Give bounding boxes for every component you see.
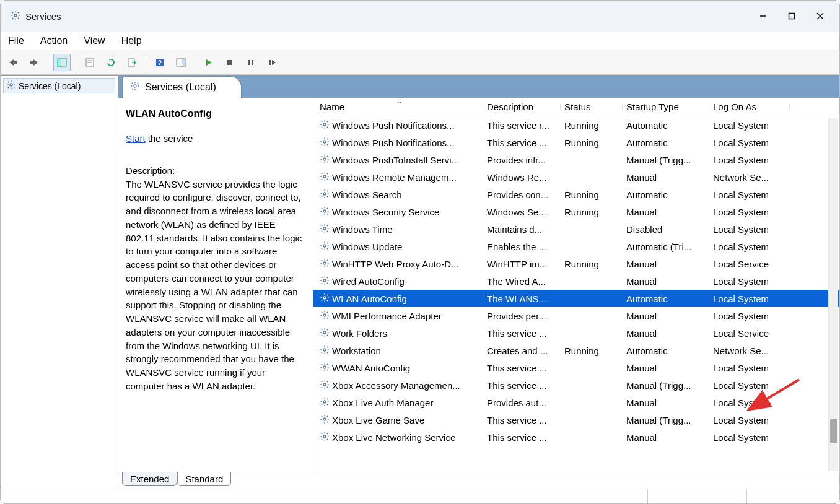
stop-service-button[interactable] — [221, 54, 238, 71]
col-status[interactable]: Status — [561, 102, 623, 112]
show-hide-tree-button[interactable] — [53, 54, 71, 71]
nav-back-button[interactable] — [4, 54, 22, 71]
grid-body[interactable]: Windows Push Notifications...This servic… — [313, 116, 839, 446]
service-logon: Local System — [709, 311, 790, 321]
nav-forward-button[interactable] — [25, 54, 43, 71]
service-startup: Automatic — [623, 120, 709, 131]
table-row[interactable]: Windows Push Notifications...This servic… — [313, 116, 839, 134]
table-row[interactable]: Wired AutoConfigThe Wired A...ManualLoca… — [313, 272, 839, 290]
service-name: Windows Push Notifications... — [332, 137, 455, 148]
table-row[interactable]: Xbox Live Networking ServiceThis service… — [313, 428, 839, 446]
table-row[interactable]: Xbox Accessory Managemen...This service … — [313, 376, 839, 394]
service-name: Windows Remote Managem... — [332, 172, 457, 183]
table-row[interactable]: WinHTTP Web Proxy Auto-D...WinHTTP im...… — [313, 255, 839, 272]
menu-action[interactable]: Action — [38, 34, 70, 48]
svg-point-38 — [323, 383, 326, 386]
menubar: File Action View Help — [1, 32, 839, 50]
gear-icon — [320, 241, 330, 253]
service-description: Maintains d... — [483, 224, 561, 235]
service-logon: Local Service — [709, 328, 790, 339]
table-row[interactable]: Work FoldersThis service ...ManualLocal … — [313, 324, 839, 342]
svg-point-41 — [323, 435, 326, 438]
scroll-thumb[interactable] — [830, 419, 837, 443]
svg-point-25 — [323, 158, 326, 160]
start-service-button[interactable] — [200, 54, 217, 71]
vertical-scrollbar[interactable] — [828, 118, 838, 471]
col-description[interactable]: Description — [483, 102, 561, 112]
table-row[interactable]: WMI Performance AdapterProvides per...Ma… — [313, 307, 839, 324]
table-row[interactable]: Windows SearchProvides con...RunningAuto… — [313, 186, 839, 203]
tab-services-local[interactable]: Services (Local) — [122, 76, 242, 98]
table-row[interactable]: Windows Push Notifications...This servic… — [313, 134, 839, 151]
pause-service-button[interactable] — [242, 54, 260, 71]
tree-pane[interactable]: Services (Local) — [1, 76, 118, 489]
service-name: WinHTTP Web Proxy Auto-D... — [332, 259, 459, 269]
gear-icon — [320, 224, 330, 235]
tab-extended[interactable]: Extended — [122, 472, 177, 486]
svg-text:?: ? — [158, 59, 162, 66]
bottom-tabs: Extended Standard — [118, 472, 839, 489]
service-startup: Manual (Trigg... — [623, 155, 709, 165]
col-log-on-as[interactable]: Log On As — [709, 102, 790, 112]
start-service-link[interactable]: Start — [126, 133, 146, 144]
table-row[interactable]: WorkstationCreates and ...RunningAutomat… — [313, 342, 839, 359]
export-list-button[interactable] — [123, 54, 141, 71]
service-status: Running — [561, 120, 623, 131]
table-row[interactable]: Windows Security ServiceWindows Se...Run… — [313, 203, 839, 220]
svg-point-40 — [323, 418, 326, 420]
minimize-button[interactable] — [749, 6, 777, 26]
table-row[interactable]: Xbox Live Auth ManagerProvides aut...Man… — [313, 394, 839, 411]
table-row[interactable]: Windows Remote Managem...Windows Re...Ma… — [313, 168, 839, 186]
service-logon: Local System — [709, 207, 790, 217]
svg-point-30 — [323, 245, 326, 247]
action-pane-button[interactable] — [172, 54, 190, 71]
service-description: This service ... — [483, 137, 561, 148]
service-startup: Manual (Trigg... — [623, 380, 709, 391]
restart-service-button[interactable] — [263, 54, 281, 71]
col-name[interactable]: Name⌃ — [316, 102, 483, 112]
status-segment — [746, 489, 839, 503]
service-description: Windows Re... — [483, 172, 561, 183]
service-status: Running — [561, 207, 623, 217]
gear-icon — [320, 432, 330, 443]
service-startup: Automatic — [623, 189, 709, 200]
table-row[interactable]: Windows TimeMaintains d...DisabledLocal … — [313, 220, 839, 238]
table-row[interactable]: WLAN AutoConfigThe WLANS...AutomaticLoca… — [313, 290, 839, 307]
menu-file[interactable]: File — [6, 34, 27, 48]
service-logon: Local System — [709, 380, 790, 391]
tab-header: Services (Local) — [118, 76, 839, 98]
refresh-button[interactable] — [102, 54, 120, 71]
table-row[interactable]: Windows PushToInstall Servi...Provides i… — [313, 151, 839, 168]
svg-rect-18 — [248, 60, 250, 65]
table-row[interactable]: WWAN AutoConfigThis service ...ManualLoc… — [313, 359, 839, 376]
tree-root-item[interactable]: Services (Local) — [3, 78, 115, 93]
table-row[interactable]: Xbox Live Game SaveThis service ...Manua… — [313, 411, 839, 428]
maximize-button[interactable] — [777, 6, 806, 26]
toolbar: ? — [1, 50, 839, 75]
body: Services (Local) Services (Local) WLAN A… — [1, 75, 839, 489]
gear-icon — [320, 380, 330, 391]
svg-point-39 — [323, 401, 326, 403]
properties-button[interactable] — [81, 54, 98, 71]
svg-rect-16 — [182, 59, 185, 66]
close-button[interactable] — [806, 6, 834, 26]
menu-view[interactable]: View — [81, 34, 107, 48]
service-startup: Manual — [623, 207, 709, 217]
service-description: The Wired A... — [483, 276, 561, 287]
help-button[interactable]: ? — [151, 54, 168, 71]
right-pane: Services (Local) WLAN AutoConfig Start t… — [118, 76, 839, 489]
service-startup: Manual — [623, 398, 709, 408]
tab-standard[interactable]: Standard — [177, 472, 231, 486]
col-startup-type[interactable]: Startup Type — [623, 102, 709, 112]
service-logon: Network Se... — [709, 345, 790, 356]
titlebar[interactable]: Services — [1, 1, 839, 32]
toolbar-separator — [76, 55, 76, 70]
service-name: Windows Search — [332, 189, 402, 200]
service-status: Running — [561, 189, 623, 200]
grid-header: Name⌃ Description Status Startup Type Lo… — [313, 98, 839, 116]
menu-help[interactable]: Help — [119, 34, 144, 48]
table-row[interactable]: Windows UpdateEnables the ...Automatic (… — [313, 238, 839, 255]
gear-icon — [320, 293, 330, 305]
service-logon: Local System — [709, 363, 790, 373]
description-text: The WLANSVC service provides the logic r… — [126, 178, 305, 393]
